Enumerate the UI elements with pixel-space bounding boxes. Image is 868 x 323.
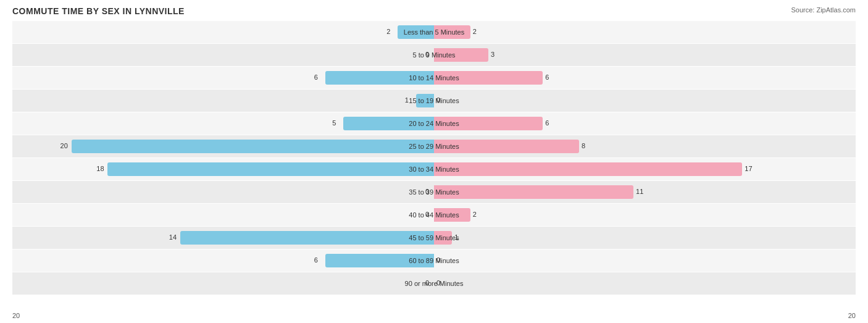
female-value: 0 [436, 279, 440, 287]
chart-row: 45 to 59 Minutes141 [12, 227, 856, 249]
bar-male [180, 231, 434, 245]
bar-female [434, 231, 452, 245]
female-value: 6 [545, 73, 549, 81]
female-value: 2 [473, 28, 477, 35]
female-value: 6 [545, 119, 549, 127]
female-value: 0 [436, 96, 440, 104]
chart-title: COMMUTE TIME BY SEX IN LYNNVILLE [12, 6, 856, 16]
male-value: 0 [425, 211, 429, 218]
male-value: 0 [425, 188, 429, 195]
male-value: 14 [169, 233, 177, 241]
chart-row: 35 to 39 Minutes011 [12, 181, 856, 203]
chart-row: 20 to 24 Minutes56 [12, 112, 856, 135]
chart-row: 25 to 29 Minutes208 [12, 135, 856, 157]
bar-female [434, 48, 488, 62]
bar-female [434, 117, 543, 130]
female-value: 3 [491, 51, 495, 58]
female-value: 8 [582, 142, 585, 149]
bar-male [72, 140, 434, 153]
bar-female [434, 162, 742, 176]
chart-row: 60 to 89 Minutes60 [12, 250, 856, 272]
male-value: 6 [314, 256, 318, 264]
bar-male [398, 25, 434, 39]
chart-container: COMMUTE TIME BY SEX IN LYNNVILLE Source:… [0, 0, 868, 323]
bar-female [434, 185, 633, 199]
chart-row: Less than 5 Minutes22 [12, 21, 856, 43]
male-value: 18 [96, 165, 104, 172]
bar-male [343, 117, 434, 130]
bar-male [325, 71, 434, 85]
female-value: 1 [454, 233, 458, 241]
axis-right-label: 20 [848, 312, 856, 319]
bar-male [325, 254, 434, 267]
male-value: 2 [386, 28, 390, 35]
chart-row: 15 to 19 Minutes10 [12, 90, 856, 112]
bar-female [434, 208, 470, 222]
male-value: 0 [425, 51, 429, 58]
chart-area: Less than 5 Minutes225 to 9 Minutes0310 … [12, 21, 856, 279]
bar-female [434, 71, 543, 85]
chart-row: 5 to 9 Minutes03 [12, 44, 856, 66]
female-value: 0 [436, 256, 440, 264]
row-label: 90 or more Minutes [405, 280, 464, 287]
chart-row: 90 or more Minutes00 [12, 272, 856, 295]
bar-female [434, 25, 470, 39]
male-value: 1 [405, 96, 409, 104]
bar-male [416, 94, 434, 107]
chart-row: 10 to 14 Minutes66 [12, 67, 856, 89]
axis-left-label: 20 [12, 312, 20, 319]
source-label: Source: ZipAtlas.com [791, 6, 856, 14]
chart-row: 30 to 34 Minutes1817 [12, 158, 856, 180]
bar-female [434, 140, 579, 153]
female-value: 17 [745, 165, 752, 172]
chart-row: 40 to 44 Minutes02 [12, 204, 856, 226]
female-value: 2 [473, 211, 477, 218]
male-value: 5 [332, 119, 336, 127]
male-value: 0 [425, 279, 429, 287]
male-value: 6 [314, 73, 318, 81]
female-value: 11 [636, 188, 643, 195]
male-value: 20 [61, 142, 68, 149]
bar-male [107, 162, 434, 176]
